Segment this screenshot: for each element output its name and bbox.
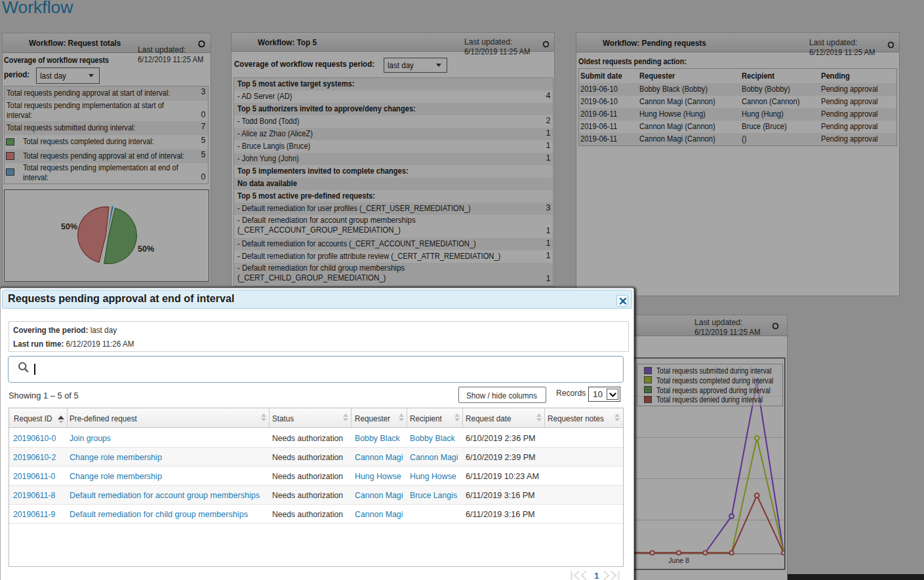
svg-text:1: 1 bbox=[594, 571, 599, 580]
